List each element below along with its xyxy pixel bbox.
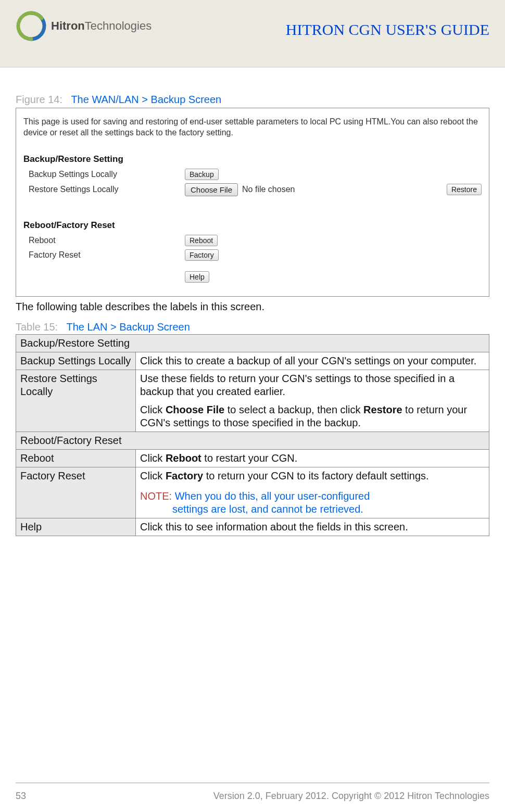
backup-label: Backup Settings Locally [23, 170, 185, 179]
figure-caption: Figure 14: The WAN/LAN > Backup Screen [16, 94, 489, 106]
table-section-row: Backup/Restore Setting [16, 334, 489, 352]
table-section-header: Backup/Restore Setting [16, 334, 489, 352]
factory-row: Factory Reset Factory [23, 249, 482, 261]
embedded-screenshot: This page is used for saving and restori… [16, 108, 489, 297]
table-row: Restore Settings Locally Use these field… [16, 370, 489, 432]
factory-reset-label: Factory Reset [23, 250, 185, 260]
restore-button[interactable]: Restore [447, 184, 482, 195]
table-desc-cell: Click this to see information about the … [136, 518, 489, 536]
body-paragraph: The following table describes the labels… [16, 301, 489, 313]
reboot-button[interactable]: Reboot [185, 235, 218, 246]
figure-number: Figure 14: [16, 94, 62, 105]
table-label-cell: Reboot [16, 449, 136, 467]
note-text: When you do this, all your user-configur… [172, 490, 370, 502]
table-section-row: Reboot/Factory Reset [16, 432, 489, 449]
choose-file-button[interactable]: Choose File [185, 183, 238, 196]
document-title: HITRON CGN USER'S GUIDE [286, 21, 489, 39]
help-button[interactable]: Help [185, 271, 209, 283]
page-footer: 53 Version 2.0, February 2012. Copyright… [16, 790, 489, 802]
figure-title: The WAN/LAN > Backup Screen [71, 94, 221, 105]
backup-button[interactable]: Backup [185, 169, 219, 180]
logo: HitronTechnologies [16, 10, 152, 42]
copyright-text: Version 2.0, February 2012. Copyright © … [213, 791, 489, 802]
backup-restore-heading: Backup/Restore Setting [23, 154, 482, 164]
table-row: Factory Reset Click Factory to return yo… [16, 467, 489, 518]
table-desc-cell: Click Reboot to restart your CGN. [136, 449, 489, 467]
factory-button[interactable]: Factory [185, 249, 219, 261]
screenshot-intro-text: This page is used for saving and restori… [23, 117, 482, 138]
page-content: Figure 14: The WAN/LAN > Backup Screen T… [0, 68, 505, 536]
file-chosen-status: No file chosen [242, 185, 295, 194]
page-number: 53 [16, 791, 26, 802]
table-number: Table 15: [16, 321, 58, 333]
table-label-cell: Restore Settings Locally [16, 370, 136, 432]
description-table: Backup/Restore Setting Backup Settings L… [16, 334, 489, 536]
reboot-label: Reboot [23, 236, 185, 245]
table-desc-cell: Click Factory to return your CGN to its … [136, 467, 489, 518]
table-row: Help Click this to see information about… [16, 518, 489, 536]
table-section-header: Reboot/Factory Reset [16, 432, 489, 449]
logo-swirl-icon [16, 10, 47, 42]
table-desc-cell: Click this to create a backup of all you… [136, 352, 489, 370]
table-caption: Table 15: The LAN > Backup Screen [16, 321, 489, 333]
table-title: The LAN > Backup Screen [66, 321, 190, 333]
table-label-cell: Factory Reset [16, 467, 136, 518]
help-row: Help [23, 271, 482, 283]
restore-label: Restore Settings Locally [23, 185, 185, 194]
table-desc-cell: Use these fields to return your CGN's se… [136, 370, 489, 432]
table-row: Reboot Click Reboot to restart your CGN. [16, 449, 489, 467]
table-label-cell: Help [16, 518, 136, 536]
table-label-cell: Backup Settings Locally [16, 352, 136, 370]
note-text: settings are lost, and cannot be retriev… [140, 503, 485, 516]
page-header: HitronTechnologies HITRON CGN USER'S GUI… [0, 0, 505, 68]
footer-divider [16, 782, 489, 783]
note-label: NOTE: [140, 490, 172, 502]
reboot-factory-heading: Reboot/Factory Reset [23, 220, 482, 231]
backup-row: Backup Settings Locally Backup [23, 169, 482, 180]
logo-text: HitronTechnologies [51, 19, 152, 33]
restore-row: Restore Settings Locally Choose File No … [23, 183, 482, 196]
table-row: Backup Settings Locally Click this to cr… [16, 352, 489, 370]
reboot-row: Reboot Reboot [23, 235, 482, 246]
